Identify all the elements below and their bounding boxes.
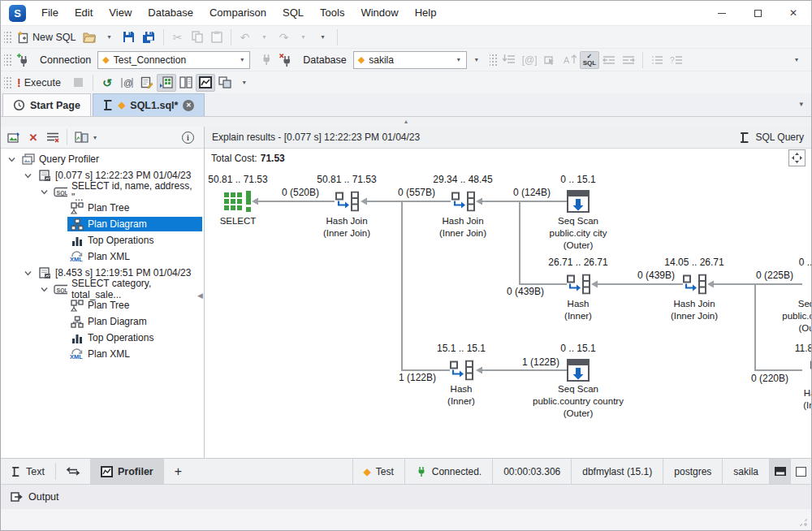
hash-join-node-icon[interactable] bbox=[682, 274, 706, 295]
toolbar-grip[interactable] bbox=[4, 30, 12, 45]
info-icon[interactable]: i bbox=[182, 132, 194, 144]
generate-plan-button[interactable] bbox=[157, 74, 176, 92]
database-refresh-dropdown[interactable]: ▾ bbox=[467, 51, 486, 69]
tree-item-plan-xml[interactable]: XMLPlan XML bbox=[1, 248, 204, 265]
insert-snippet-button[interactable]: [@] bbox=[519, 51, 541, 69]
format-document-button[interactable] bbox=[499, 51, 519, 69]
clear-results-button[interactable] bbox=[43, 129, 63, 146]
hash-node-icon[interactable] bbox=[449, 360, 473, 381]
compare-windows-button[interactable] bbox=[215, 74, 235, 92]
menu-comparison[interactable]: Comparison bbox=[201, 1, 274, 25]
open-file-dropdown[interactable]: ▾ bbox=[100, 28, 119, 46]
expand-chevron-icon[interactable] bbox=[4, 157, 19, 162]
tab-profiler-view[interactable]: Profiler bbox=[90, 459, 164, 484]
menu-help[interactable]: Help bbox=[407, 1, 445, 25]
tree-item-plan-diagram[interactable]: Plan Diagram bbox=[1, 216, 204, 232]
tree-item-top-operations[interactable]: Top Operations bbox=[1, 330, 204, 346]
minimize-button[interactable] bbox=[704, 1, 740, 25]
redo-button[interactable]: ↷ bbox=[274, 28, 294, 46]
hash-node-icon[interactable] bbox=[566, 274, 590, 295]
edit-document-button[interactable] bbox=[137, 74, 157, 92]
zoom-fit-button[interactable] bbox=[788, 149, 806, 166]
expand-chevron-icon[interactable] bbox=[20, 270, 35, 276]
toggle-output-panel-button[interactable] bbox=[769, 459, 790, 484]
compare-results-button[interactable]: ▾ bbox=[71, 129, 102, 146]
save-profiling-result-button[interactable] bbox=[4, 129, 24, 146]
collapse-strip[interactable]: ▴ bbox=[1, 117, 811, 127]
edit-connection-button[interactable] bbox=[257, 51, 276, 69]
toolbar-grip[interactable] bbox=[4, 76, 12, 90]
connection-combobox[interactable]: ◆ Test_Connection ▾ bbox=[97, 51, 250, 69]
menu-database[interactable]: Database bbox=[140, 1, 201, 25]
undo-button[interactable]: ↶ bbox=[235, 28, 255, 46]
history-button[interactable]: ↺ bbox=[97, 74, 117, 92]
database-combobox[interactable]: ◆ sakila ▾ bbox=[353, 51, 467, 69]
open-file-button[interactable] bbox=[80, 28, 100, 46]
new-sql-button[interactable]: New SQL bbox=[14, 28, 80, 46]
maximize-button[interactable] bbox=[740, 1, 775, 25]
sql-format-toggle[interactable]: ✓SQL bbox=[580, 51, 599, 69]
toolbar-grip[interactable] bbox=[4, 53, 12, 67]
add-view-button[interactable]: + bbox=[164, 459, 192, 484]
menu-sql[interactable]: SQL bbox=[274, 1, 312, 25]
paste-button[interactable] bbox=[207, 28, 227, 46]
menu-tools[interactable]: Tools bbox=[312, 1, 352, 25]
select-node-icon[interactable] bbox=[224, 190, 252, 213]
disconnect-button[interactable] bbox=[276, 51, 296, 69]
select-statement-button[interactable] bbox=[541, 51, 560, 69]
new-connection-button[interactable] bbox=[14, 51, 33, 69]
hash-join-node-icon[interactable] bbox=[335, 192, 359, 212]
seq-scan-node-icon[interactable] bbox=[567, 190, 590, 213]
menu-file[interactable]: File bbox=[33, 1, 67, 25]
tree-item-plan-tree[interactable]: Plan Tree bbox=[1, 297, 204, 313]
tree-item-plan-diagram[interactable]: Plan Diagram bbox=[1, 313, 204, 330]
resize-grip[interactable] bbox=[797, 516, 809, 528]
profiling-options-dropdown[interactable]: ▾ bbox=[235, 74, 254, 92]
delete-result-button[interactable]: ✕ bbox=[24, 129, 43, 146]
comment-button[interactable] bbox=[647, 51, 667, 69]
smart-comment-button[interactable]: ? bbox=[667, 51, 686, 69]
menu-edit[interactable]: Edit bbox=[67, 1, 101, 25]
copy-button[interactable] bbox=[188, 28, 207, 46]
stop-button[interactable] bbox=[69, 74, 89, 92]
menu-window[interactable]: Window bbox=[352, 1, 406, 25]
change-case-button[interactable]: A bbox=[560, 51, 580, 69]
layout-button[interactable] bbox=[176, 74, 196, 92]
seq-scan-node-icon[interactable] bbox=[567, 359, 590, 382]
tab-list-dropdown[interactable]: ▾ bbox=[799, 100, 803, 108]
toolbar-grip[interactable] bbox=[490, 53, 498, 67]
menu-view[interactable]: View bbox=[101, 1, 140, 25]
panel-collapse-arrow[interactable]: ◀ bbox=[197, 291, 203, 300]
undo-dropdown[interactable]: ▾ bbox=[255, 28, 274, 46]
hash-join-node-icon[interactable] bbox=[451, 192, 475, 212]
increase-indent-button[interactable] bbox=[619, 51, 638, 69]
tree-item-plan-xml[interactable]: XMLPlan XML bbox=[1, 346, 204, 362]
full-screen-button[interactable] bbox=[790, 459, 811, 484]
toolbar-overflow-button[interactable]: ▾ bbox=[787, 51, 806, 69]
execute-button[interactable]: ! Execute bbox=[14, 74, 64, 92]
tree-item-top-operations[interactable]: Top Operations bbox=[1, 232, 204, 248]
profiling-mode-button[interactable] bbox=[196, 74, 215, 92]
hash-node-clipped-icon[interactable] bbox=[810, 360, 811, 381]
tree-item-plan-tree[interactable]: Plan Tree bbox=[1, 200, 204, 216]
decrease-indent-button[interactable] bbox=[599, 51, 619, 69]
tab-close-button[interactable]: ✕ bbox=[183, 100, 194, 111]
expand-chevron-icon[interactable] bbox=[37, 287, 51, 292]
tree-item-select-id-name-address[interactable]: SQLSELECT id, name, address, "... bbox=[1, 183, 204, 200]
expand-chevron-icon[interactable] bbox=[20, 173, 35, 179]
email-results-button[interactable]: @ bbox=[117, 74, 137, 92]
tab-sql1[interactable]: ◆ SQL1.sql* ✕ bbox=[93, 93, 205, 116]
expand-chevron-icon[interactable] bbox=[37, 189, 51, 195]
output-panel-tab[interactable]: Output bbox=[1, 484, 811, 509]
tree-item-query-profiler[interactable]: Query Profiler bbox=[1, 151, 204, 167]
tab-start-page[interactable]: Start Page bbox=[2, 93, 91, 116]
toolbar-overflow-button[interactable]: ▾ bbox=[313, 28, 333, 46]
tree-item-select-category-total-sale[interactable]: SQLSELECT category, total_sale... bbox=[1, 281, 204, 297]
redo-dropdown[interactable]: ▾ bbox=[294, 28, 313, 46]
close-button[interactable]: ✕ bbox=[775, 1, 811, 25]
save-all-button[interactable] bbox=[139, 28, 159, 46]
swap-view-button[interactable] bbox=[56, 459, 90, 484]
tab-text-view[interactable]: Text bbox=[1, 459, 55, 484]
cut-button[interactable]: ✂ bbox=[168, 28, 188, 46]
save-button[interactable] bbox=[119, 28, 139, 46]
